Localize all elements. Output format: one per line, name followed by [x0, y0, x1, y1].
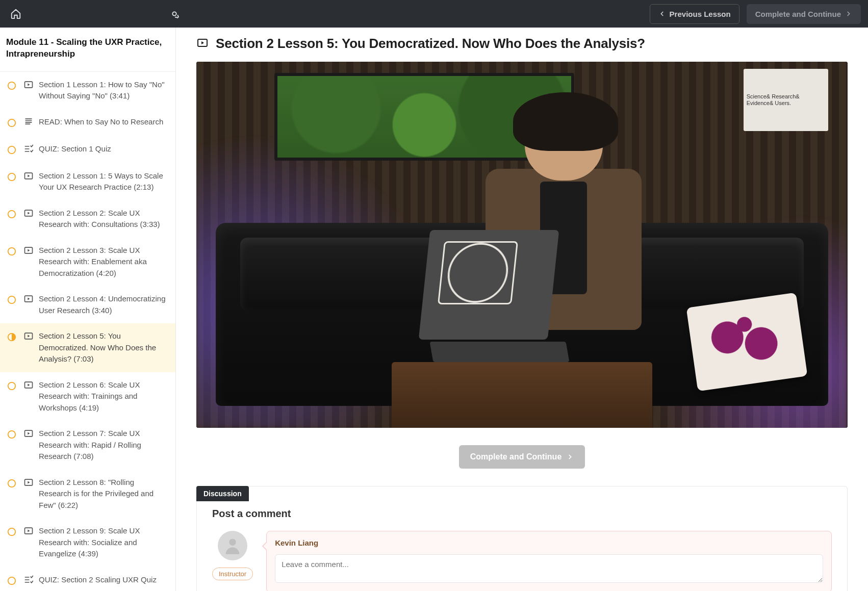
lesson-label: Section 2 Lesson 7: Scale UX Research wi… — [39, 428, 168, 462]
reading-icon — [23, 117, 34, 129]
lesson-list: Section 1 Lesson 1: How to Say "No" With… — [0, 72, 175, 591]
progress-empty-icon — [7, 479, 16, 488]
complete-continue-label: Complete and Continue — [470, 452, 562, 461]
lesson-item[interactable]: Section 2 Lesson 1: 5 Ways to Scale Your… — [0, 163, 175, 200]
previous-lesson-label: Previous Lesson — [670, 10, 731, 18]
avatar — [218, 531, 247, 560]
lesson-main[interactable]: Section 2 Lesson 5: You Democratized. No… — [176, 28, 868, 591]
lesson-label: Section 1 Lesson 1: How to Say "No" With… — [39, 79, 168, 102]
video-thumbnail: Science& Research& Evidence& Users. — [196, 62, 848, 428]
svg-point-6 — [8, 211, 15, 218]
video-icon — [23, 208, 34, 220]
lesson-item[interactable]: Section 2 Lesson 3: Scale UX Research wi… — [0, 238, 175, 287]
video-icon — [23, 80, 34, 92]
course-sidebar[interactable]: Module 11 - Scaling the UXR Practice, In… — [0, 28, 176, 591]
svg-point-8 — [8, 296, 15, 303]
video-icon — [23, 428, 34, 441]
lesson-type-video-icon — [196, 37, 209, 51]
progress-empty-icon — [7, 210, 16, 219]
chevron-left-icon — [658, 10, 666, 17]
comment-bubble: Kevin Liang — [266, 531, 832, 591]
previous-lesson-button[interactable]: Previous Lesson — [650, 4, 739, 24]
progress-empty-icon — [7, 172, 16, 182]
lesson-label: Section 2 Lesson 4: Undemocratizing User… — [39, 293, 168, 316]
progress-empty-icon — [7, 247, 16, 256]
lesson-item[interactable]: Section 2 Lesson 6: Scale UX Research wi… — [0, 372, 175, 421]
video-player[interactable]: Science& Research& Evidence& Users. — [196, 62, 848, 428]
svg-point-10 — [8, 382, 15, 390]
progress-empty-icon — [7, 430, 16, 439]
svg-point-3 — [8, 119, 15, 126]
lesson-item[interactable]: QUIZ: Section 1 Quiz — [0, 136, 175, 163]
lesson-label: Section 2 Lesson 8: "Rolling Research is… — [39, 477, 168, 511]
back-home-button[interactable] — [7, 5, 24, 22]
svg-point-5 — [8, 173, 15, 181]
avatar-icon — [222, 535, 243, 556]
chevron-right-icon — [567, 453, 574, 460]
lesson-item[interactable]: Section 2 Lesson 7: Scale UX Research wi… — [0, 421, 175, 470]
lesson-label: Section 2 Lesson 2: Scale UX Research wi… — [39, 208, 168, 230]
lesson-item[interactable]: READ: When to Say No to Research — [0, 109, 175, 136]
lesson-item[interactable]: Section 2 Lesson 8: "Rolling Research is… — [0, 470, 175, 519]
video-icon — [23, 294, 34, 306]
video-sign-text: Science& Research& Evidence& Users. — [744, 69, 828, 131]
lesson-item[interactable]: Section 1 Lesson 1: How to Say "No" With… — [0, 72, 175, 109]
progress-empty-icon — [7, 295, 16, 304]
video-icon — [23, 245, 34, 258]
topbar: Previous Lesson Complete and Continue — [0, 0, 868, 28]
video-icon — [23, 526, 34, 538]
quiz-icon — [23, 144, 34, 156]
complete-continue-button-top[interactable]: Complete and Continue — [747, 4, 861, 24]
lesson-label: READ: When to Say No to Research — [39, 116, 163, 128]
video-icon — [23, 380, 34, 392]
lesson-item[interactable]: Section 2 Lesson 9: Scale UX Research wi… — [0, 518, 175, 567]
commenter-name: Kevin Liang — [275, 538, 823, 547]
gear-icon — [169, 8, 180, 19]
discussion-heading: Post a comment — [212, 508, 832, 520]
progress-empty-icon — [7, 527, 16, 536]
role-badge: Instructor — [212, 568, 253, 580]
lesson-label: Section 2 Lesson 9: Scale UX Research wi… — [39, 525, 168, 560]
video-icon — [23, 477, 34, 490]
svg-point-12 — [8, 480, 15, 487]
lesson-label: Section 2 Lesson 3: Scale UX Research wi… — [39, 245, 168, 279]
lesson-label: Section 2 Lesson 1: 5 Ways to Scale Your… — [39, 170, 168, 193]
progress-empty-icon — [7, 81, 16, 90]
complete-continue-label: Complete and Continue — [755, 10, 841, 18]
module-title: Module 11 - Scaling the UXR Practice, In… — [0, 28, 175, 72]
lesson-item[interactable]: Section 2 Lesson 4: Undemocratizing User… — [0, 286, 175, 323]
complete-continue-button-bottom[interactable]: Complete and Continue — [459, 445, 585, 469]
svg-point-13 — [8, 528, 15, 535]
home-icon — [10, 8, 21, 19]
comment-input[interactable] — [275, 554, 823, 583]
svg-point-2 — [8, 82, 15, 89]
progress-empty-icon — [7, 118, 16, 127]
lesson-item[interactable]: Section 2 Lesson 2: Scale UX Research wi… — [0, 200, 175, 238]
svg-point-11 — [8, 431, 15, 438]
lesson-label: Section 2 Lesson 5: You Democratized. No… — [39, 330, 168, 365]
chevron-right-icon — [845, 10, 852, 17]
svg-point-4 — [8, 146, 15, 153]
discussion-panel: Discussion Post a comment Instructor Kev… — [196, 486, 848, 591]
lesson-label: Section 2 Lesson 6: Scale UX Research wi… — [39, 379, 168, 414]
svg-point-7 — [8, 248, 15, 255]
discussion-tab[interactable]: Discussion — [196, 486, 249, 501]
progress-half-icon — [7, 332, 16, 342]
video-icon — [23, 171, 34, 183]
lesson-label: QUIZ: Section 1 Quiz — [39, 143, 111, 155]
svg-point-14 — [8, 577, 15, 584]
lesson-item[interactable]: Section 2 Lesson 5: You Democratized. No… — [0, 323, 175, 372]
quiz-icon — [23, 575, 34, 587]
video-icon — [23, 331, 34, 343]
progress-empty-icon — [7, 381, 16, 391]
progress-empty-icon — [7, 145, 16, 155]
lesson-label: QUIZ: Section 2 Scaling UXR Quiz — [39, 574, 157, 586]
progress-empty-icon — [7, 576, 16, 585]
settings-button[interactable] — [166, 5, 183, 22]
lesson-item[interactable]: QUIZ: Section 2 Scaling UXR Quiz — [0, 567, 175, 591]
lesson-title: Section 2 Lesson 5: You Democratized. No… — [216, 36, 645, 52]
